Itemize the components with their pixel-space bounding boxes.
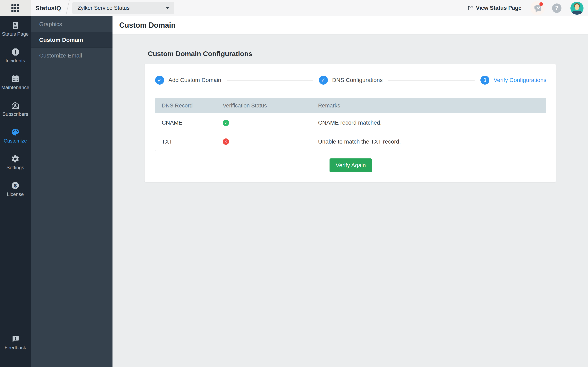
sidebar-item-label: License [7, 192, 24, 197]
settings-gear-icon [11, 154, 20, 163]
dns-record-cell: TXT [155, 138, 223, 145]
incidents-icon [11, 48, 20, 57]
stepper-connector [227, 80, 313, 81]
user-avatar[interactable] [571, 2, 584, 15]
view-status-page-link[interactable]: View Status Page [467, 5, 521, 11]
customize-palette-icon [11, 128, 20, 137]
sidebar-item-label: Subscribers [2, 111, 28, 117]
sidebar-item-feedback[interactable]: Feedback [0, 334, 31, 361]
license-dollar-icon: $ [11, 181, 20, 190]
column-header: DNS Record [155, 103, 223, 109]
primary-sidebar: Status Page Incidents [0, 16, 31, 367]
sidebar-item-incidents[interactable]: Incidents [0, 48, 31, 74]
subnav-item-graphics[interactable]: Graphics [31, 16, 112, 32]
column-header: Remarks [318, 103, 546, 109]
sidebar-item-label: Feedback [4, 345, 26, 350]
page-header: Custom Domain [112, 16, 588, 34]
step-check-icon: ✓ [155, 76, 164, 85]
dns-record-cell: CNAME [155, 119, 223, 126]
status-page-icon [11, 21, 20, 30]
divider-slash [64, 0, 71, 16]
notifications-button[interactable] [530, 1, 545, 15]
dns-verification-table: DNS Record Verification Status Remarks C… [155, 98, 546, 151]
sidebar-item-maintenance[interactable]: Maintenance [0, 74, 31, 101]
configuration-stepper: ✓ Add Custom Domain ✓ DNS Configurations [155, 76, 546, 85]
view-status-page-label: View Status Page [476, 5, 521, 11]
step-dns-configurations[interactable]: ✓ DNS Configurations [319, 76, 383, 85]
notification-badge [539, 2, 543, 6]
sidebar-item-label: Settings [7, 165, 24, 170]
sidebar-item-settings[interactable]: Settings [0, 154, 31, 181]
section-heading: Custom Domain Configurations [148, 50, 588, 58]
content-area: Custom Domain Configurations ✓ Add Custo… [112, 34, 588, 367]
sidebar-item-status-page[interactable]: Status Page [0, 21, 31, 48]
feedback-bubble-icon [11, 334, 20, 343]
stepper-connector [388, 80, 475, 81]
help-icon: ? [555, 5, 559, 11]
chevron-down-icon [166, 7, 169, 9]
subnav-item-customize-email[interactable]: Customize Email [31, 48, 112, 63]
step-verify-configurations[interactable]: 3 Verify Configurations [480, 76, 546, 85]
subscribers-envelope-icon [11, 101, 20, 110]
table-header-row: DNS Record Verification Status Remarks [155, 98, 546, 113]
sidebar-item-label: Maintenance [1, 85, 29, 90]
svg-text:$: $ [14, 183, 17, 188]
column-header: Verification Status [223, 103, 318, 109]
top-bar: StatusIQ Zylker Service Status View Stat… [0, 0, 588, 16]
table-row-txt: TXT ✕ Unable to match the TXT record. [155, 132, 546, 151]
app-grid-icon [11, 4, 19, 12]
brand-logo: StatusIQ [35, 5, 61, 12]
sidebar-item-subscribers[interactable]: Subscribers [0, 101, 31, 128]
sidebar-item-label: Customize [4, 138, 27, 144]
step-number: 3 [480, 76, 489, 85]
error-cross-icon: ✕ [223, 138, 229, 145]
sidebar-item-label: Incidents [6, 58, 25, 64]
remarks-cell: Unable to match the TXT record. [318, 138, 546, 145]
step-check-icon: ✓ [319, 76, 328, 85]
table-row-cname: CNAME ✓ CNAME record matched. [155, 113, 546, 132]
customize-subnav: Graphics Custom Domain Customize Email [31, 16, 112, 367]
maintenance-calendar-icon [11, 74, 20, 83]
custom-domain-card: ✓ Add Custom Domain ✓ DNS Configurations [144, 64, 556, 182]
selected-status-page: Zylker Service Status [78, 5, 130, 11]
external-link-icon [467, 5, 473, 11]
page-title: Custom Domain [119, 21, 176, 30]
step-add-custom-domain[interactable]: ✓ Add Custom Domain [155, 76, 221, 85]
subnav-item-custom-domain[interactable]: Custom Domain [31, 32, 112, 48]
status-page-selector[interactable]: Zylker Service Status [72, 2, 174, 14]
sidebar-item-customize[interactable]: Customize [0, 128, 31, 154]
sidebar-item-license[interactable]: $ License [0, 181, 31, 208]
success-check-icon: ✓ [223, 120, 229, 126]
verify-again-button[interactable]: Verify Again [329, 158, 372, 172]
remarks-cell: CNAME record matched. [318, 119, 546, 126]
app-launcher-button[interactable] [0, 0, 31, 16]
help-button[interactable]: ? [552, 3, 562, 13]
sidebar-item-label: Status Page [2, 31, 29, 37]
